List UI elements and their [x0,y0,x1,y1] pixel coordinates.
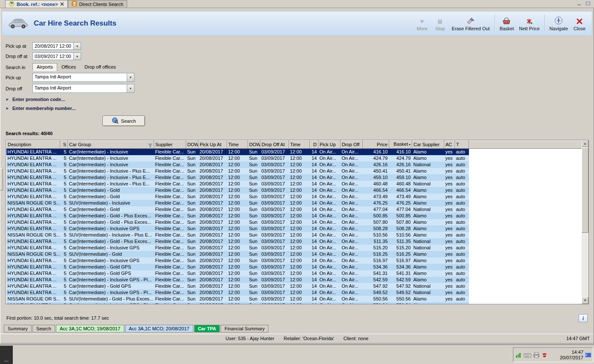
cell-car_supplier[interactable]: National [412,283,444,289]
chevron-down-icon[interactable]: ▼ [73,53,81,60]
cell-basket[interactable]: 476.25 [389,200,412,206]
cell-dow_drop[interactable]: Sun [248,213,260,219]
cell-dow_pick[interactable]: Sun [186,206,198,213]
tab-booking-ref[interactable]: Book. ref.: <none> [5,0,68,8]
column-header-basket[interactable]: Basket▾ [389,141,412,149]
cell-pick_up_at[interactable]: 20/08/2017 [198,194,227,200]
cell-basket[interactable]: 515.20 [389,245,412,251]
cell-supplier[interactable]: Flexible Car... [154,264,186,270]
cell-drop_off_at[interactable]: 03/09/2017 [260,225,289,232]
cell-car_group[interactable]: SUV(Intermediate) - Gold [68,251,154,257]
cell-drop_off_at[interactable]: 03/09/2017 [260,181,289,187]
cell-ac[interactable]: yes [444,264,455,270]
cell-pick_loc[interactable]: On Air... [318,296,341,302]
table-row[interactable]: HYUNDAI ELANTRA ...5Car(Intermediate) - … [6,174,582,181]
cell-drop_loc[interactable]: On Air... [341,213,363,219]
maximize-icon[interactable] [585,1,591,6]
cell-pick_time[interactable]: 12:00 [227,270,248,277]
cell-description[interactable]: HYUNDAI ELANTRA ... [6,194,60,200]
scrollbar-thumb[interactable] [582,147,588,233]
cell-drop_time[interactable]: 12:00 [289,296,310,302]
cell-pick_time[interactable]: 12:00 [227,296,248,302]
cell-car_group[interactable]: Car(Intermediate) - Gold GPS [68,264,154,270]
cell-t[interactable]: auto [455,162,469,168]
nett-price-button[interactable]: Nett Price [516,15,542,32]
cell-pick_loc[interactable]: On Air... [318,174,341,181]
close-button[interactable]: Close [571,15,588,32]
cell-car_supplier[interactable]: National [412,181,444,187]
cell-pick_loc[interactable]: On Air... [318,264,341,270]
chevron-down-icon[interactable]: ▼ [127,73,134,81]
cell-pick_time[interactable]: 12:00 [227,162,248,168]
cell-description[interactable]: HYUNDAI ELANTRA ... [6,277,60,283]
left-splitter-handle[interactable] [0,168,3,191]
cell-t[interactable]: auto [455,174,469,181]
cell-t[interactable]: auto [455,206,469,213]
cell-price[interactable]: 547.92 [363,283,389,289]
cell-description[interactable]: HYUNDAI ELANTRA ... [6,302,60,304]
cell-drop_off_at[interactable]: 03/09/2017 [260,232,289,238]
cell-t[interactable]: auto [455,168,469,174]
cell-dow_drop[interactable]: Sun [248,296,260,302]
cell-car_supplier[interactable]: Alamo [412,213,444,219]
cell-basket[interactable]: 450.41 [389,168,412,174]
cell-ac[interactable]: yes [444,219,455,225]
cell-car_group[interactable]: SUV(Intermediate) - Gold - Plus Exces... [68,296,154,302]
minimize-icon[interactable] [577,1,582,6]
table-row[interactable]: HYUNDAI ELANTRA ...5Car(Intermediate) - … [6,206,582,213]
cell-supplier[interactable]: Flexible Car... [154,213,186,219]
cell-dow_pick[interactable]: Sun [186,257,198,264]
cell-pick_loc[interactable]: On Air... [318,181,341,187]
cell-pick_time[interactable]: 12:00 [227,232,248,238]
cell-car_group[interactable]: Car(Intermediate) - Gold - Plus Exces... [68,213,154,219]
drop-off-at-combo[interactable]: 03/09/2017 12:00 ▼ [32,52,81,60]
cell-pick_time[interactable]: 12:00 [227,264,248,270]
cell-supplier[interactable]: Flexible Car... [154,168,186,174]
cell-pick_time[interactable]: 12:00 [227,238,248,245]
cell-basket[interactable]: 507.80 [389,219,412,225]
cell-pick_up_at[interactable]: 20/08/2017 [198,277,227,283]
cell-t[interactable]: auto [455,245,469,251]
cell-ac[interactable]: yes [444,181,455,187]
cell-t[interactable]: auto [455,213,469,219]
cell-days[interactable]: 14 [310,283,318,289]
search-in-tab-drop-off-offices[interactable]: Drop off offices [80,63,120,71]
table-row[interactable]: HYUNDAI ELANTRA ...5Car(Intermediate) - … [6,213,582,219]
cell-days[interactable]: 14 [310,206,318,213]
cell-dow_drop[interactable]: Sun [248,245,260,251]
column-header-drop_time[interactable]: Time [289,141,310,149]
cell-t[interactable]: auto [455,257,469,264]
cell-ac[interactable]: yes [444,232,455,238]
cell-drop_time[interactable]: 12:00 [289,283,310,289]
cell-ac[interactable]: yes [444,194,455,200]
cell-drop_loc[interactable]: On Air... [341,232,363,238]
cell-car_supplier[interactable]: Alamo [412,155,444,162]
cell-s[interactable]: 5 [60,200,68,206]
cell-supplier[interactable]: Flexible Car... [154,270,186,277]
cell-ac[interactable]: yes [444,245,455,251]
column-header-days[interactable]: D [310,141,318,149]
cell-car_supplier[interactable]: National [412,289,444,296]
cell-drop_loc[interactable]: On Air... [341,264,363,270]
cell-car_group[interactable]: Car(Intermediate) - Inclusive [68,149,154,156]
cell-drop_off_at[interactable]: 03/09/2017 [260,219,289,225]
cell-supplier[interactable]: Flexible Car... [154,194,186,200]
cell-pick_loc[interactable]: On Air... [318,238,341,245]
cell-pick_loc[interactable]: On Air... [318,213,341,219]
cell-supplier[interactable]: Flexible Car... [154,206,186,213]
cell-drop_off_at[interactable]: 03/09/2017 [260,187,289,194]
table-row[interactable]: HYUNDAI ELANTRA ...5Car(Intermediate) - … [6,257,582,264]
cell-drop_time[interactable]: 12:00 [289,168,310,174]
chart-tray-icon[interactable] [515,352,522,358]
cell-car_supplier[interactable]: Alamo [412,194,444,200]
cell-car_supplier[interactable]: National [412,238,444,245]
cell-t[interactable]: auto [455,155,469,162]
cell-supplier[interactable]: Flexible Car... [154,283,186,289]
bottom-tab[interactable]: Financial Summary [221,325,268,332]
cell-dow_pick[interactable]: Sun [186,149,198,156]
cell-price[interactable]: 508.28 [363,225,389,232]
cell-drop_time[interactable]: 12:00 [289,162,310,168]
cell-s[interactable]: 5 [60,162,68,168]
cell-pick_up_at[interactable]: 20/08/2017 [198,225,227,232]
cell-pick_up_at[interactable]: 20/08/2017 [198,200,227,206]
